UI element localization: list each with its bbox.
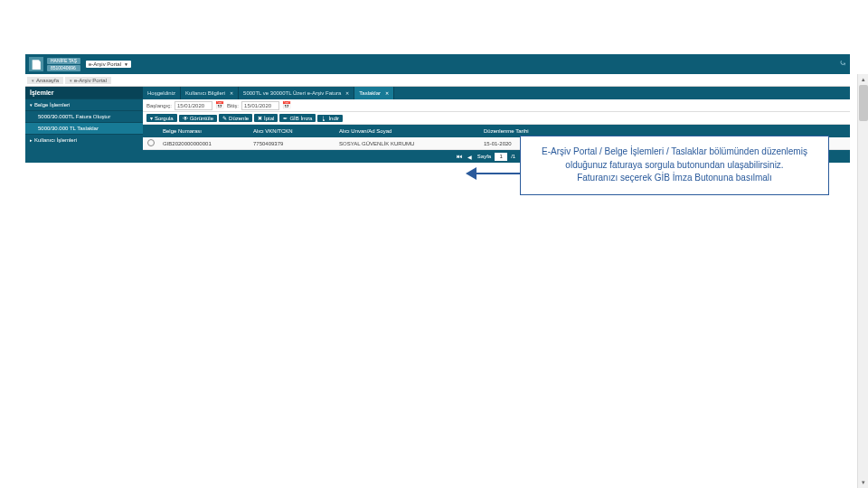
arrow-icon xyxy=(466,164,520,183)
end-date-input[interactable] xyxy=(241,101,279,110)
annotation-callout: E-Arşiv Portal / Belge İşlemleri / Tasla… xyxy=(520,136,829,195)
start-date-label: Başlangıç: xyxy=(146,103,172,108)
date-filter-row: Başlangıç: 📅 Bitiş: 📅 xyxy=(143,99,850,112)
page-label: Sayfa xyxy=(476,154,493,159)
signature-icon: ✒ xyxy=(283,115,288,121)
row-select-radio[interactable] xyxy=(147,139,155,146)
iptal-button[interactable]: ✖İptal xyxy=(254,114,278,122)
portal-window: HANİFE TAŞ 8510040696 e-Arşiv Portal ⤿ A… xyxy=(25,54,850,470)
page-first-icon[interactable]: ⏮ xyxy=(455,154,464,159)
user-id-badge: 8510040696 xyxy=(47,65,80,71)
table-header-alici-unvan: Alıcı Unvan/Ad Soyad xyxy=(335,128,480,134)
page-total: /1 xyxy=(509,154,517,159)
sidebar-item-belge-islemleri[interactable]: Belge İşlemleri xyxy=(25,99,143,110)
table-header-alici-vkn: Alıcı VKN/TCKN xyxy=(250,128,335,134)
table-header-belge-no: Belge Numarası xyxy=(159,128,250,134)
goruntule-button[interactable]: 👁Görüntüle xyxy=(179,115,217,122)
cell-alici-vkn: 7750409379 xyxy=(250,141,335,146)
download-icon: ⭳ xyxy=(321,116,326,121)
eye-icon: 👁 xyxy=(183,116,188,121)
sorgula-button[interactable]: ▾Sorgula xyxy=(146,114,177,122)
end-date-label: Bitiş: xyxy=(227,103,239,108)
breadcrumb-current[interactable]: e-Arşiv Portal xyxy=(65,77,111,84)
page-number-input[interactable] xyxy=(495,153,507,161)
cancel-icon: ✖ xyxy=(258,115,262,121)
table-header-duzenlenme: Düzenlenme Tarihi xyxy=(480,128,552,134)
breadcrumb: Anasayfa e-Arşiv Portal xyxy=(25,74,850,87)
filter-icon: ▾ xyxy=(150,115,153,121)
callout-box: E-Arşiv Portal / Belge İşlemleri / Tasla… xyxy=(520,136,829,195)
start-date-input[interactable] xyxy=(175,101,212,110)
calendar-icon[interactable]: 📅 xyxy=(282,101,291,109)
calendar-icon[interactable]: 📅 xyxy=(215,101,224,109)
scrollbar-thumb[interactable] xyxy=(859,85,868,121)
close-icon[interactable]: ✕ xyxy=(230,90,233,96)
tab-taslaklar[interactable]: Taslaklar✕ xyxy=(354,87,394,99)
sidebar-item-taslaklar[interactable]: 5000/30.000 TL Taslaklar xyxy=(25,122,143,134)
toolbar: ▾Sorgula 👁Görüntüle ✎Düzenle ✖İptal ✒GİB… xyxy=(143,112,850,125)
logout-icon[interactable]: ⤿ xyxy=(839,58,846,68)
scroll-up-icon[interactable]: ▴ xyxy=(858,74,868,85)
pencil-icon: ✎ xyxy=(222,115,227,121)
indir-button[interactable]: ⭳İndir xyxy=(317,115,343,122)
user-badges: HANİFE TAŞ 8510040696 xyxy=(47,58,80,71)
tab-kullanici-bilgileri[interactable]: Kullanıcı Bilgileri✕ xyxy=(181,87,239,99)
portal-selector-label: e-Arşiv Portal xyxy=(89,61,121,67)
scrollbar-track[interactable]: ▴ ▾ xyxy=(857,74,868,488)
duzenle-button[interactable]: ✎Düzenle xyxy=(219,114,252,122)
callout-line1: E-Arşiv Portal / Belge İşlemleri / Tasla… xyxy=(532,145,817,159)
sidebar-title: İşlemler xyxy=(25,87,143,99)
callout-line2: olduğunuz faturaya sorgula butonundan ul… xyxy=(532,159,817,173)
sidebar-item-fatura-olustur[interactable]: 5000/30.000TL Fatura Oluştur xyxy=(25,110,143,122)
tab-earsiv-fatura[interactable]: 5000TL ve 30000TL Üzeri e-Arşiv Fatura✕ xyxy=(239,87,354,99)
breadcrumb-home[interactable]: Anasayfa xyxy=(27,77,63,84)
gib-imza-button[interactable]: ✒GİB İmza xyxy=(279,114,316,122)
close-icon[interactable]: ✕ xyxy=(385,90,389,96)
tab-hosgeldiniz[interactable]: Hoşgeldiniz xyxy=(143,87,181,99)
app-topbar: HANİFE TAŞ 8510040696 e-Arşiv Portal ⤿ xyxy=(25,54,850,74)
portal-selector-dropdown[interactable]: e-Arşiv Portal xyxy=(86,61,131,68)
cell-alici-unvan: SOSYAL GÜVENLİK KURUMU xyxy=(335,141,480,146)
user-name-badge: HANİFE TAŞ xyxy=(47,58,80,64)
app-logo-icon xyxy=(29,57,43,71)
scroll-down-icon[interactable]: ▾ xyxy=(858,477,868,488)
page-prev-icon[interactable]: ◀ xyxy=(466,154,474,160)
close-icon[interactable]: ✕ xyxy=(345,90,349,96)
callout-line3: Faturanızı seçerek GİB İmza Butonuna bas… xyxy=(532,172,817,185)
sidebar: İşlemler Belge İşlemleri 5000/30.000TL F… xyxy=(25,87,143,163)
cell-belge-no: GIB2020000000001 xyxy=(159,141,250,146)
tab-bar: Hoşgeldiniz Kullanıcı Bilgileri✕ 5000TL … xyxy=(143,87,850,99)
sidebar-item-kullanici-islemleri[interactable]: Kullanıcı İşlemleri xyxy=(25,134,143,145)
